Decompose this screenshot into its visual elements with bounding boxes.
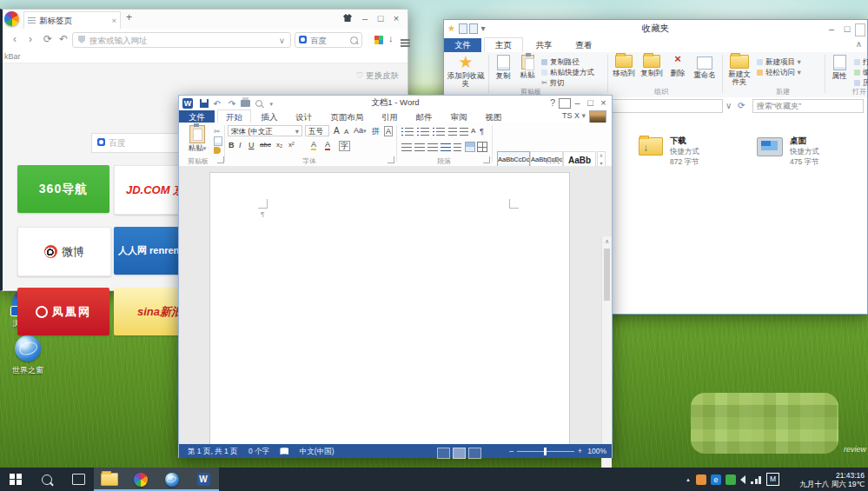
clock[interactable]: 21:43:16 九月十八 周六 19℃	[785, 471, 865, 488]
minimize-button[interactable]: –	[357, 11, 373, 25]
qat-customize-icon[interactable]: ▾	[269, 97, 273, 110]
signed-in-user[interactable]: TS X ▾	[562, 109, 586, 123]
print-preview-button[interactable]	[255, 100, 262, 107]
zoom-out-button[interactable]: –	[509, 447, 514, 455]
back-button[interactable]: ‹	[8, 29, 22, 50]
site-tile-360[interactable]: 360导航	[17, 165, 109, 213]
scrollbar-thumb[interactable]	[604, 249, 610, 301]
paragraph-dialog-launcher[interactable]	[483, 156, 490, 163]
apps-grid-icon[interactable]	[374, 36, 383, 44]
minimize-button[interactable]: –	[571, 96, 584, 109]
italic-button[interactable]: I	[239, 141, 242, 149]
format-painter-button[interactable]	[214, 147, 221, 154]
tab-home[interactable]: 主页	[484, 37, 523, 53]
quick-print-button[interactable]	[241, 100, 250, 107]
read-mode-button[interactable]	[437, 448, 450, 459]
zoom-slider-thumb[interactable]	[544, 448, 547, 455]
tab-view[interactable]: 查看	[565, 38, 602, 52]
strikethrough-button[interactable]: abc	[260, 141, 271, 149]
menu-icon[interactable]	[401, 39, 410, 41]
qat-folder-icon[interactable]	[469, 23, 478, 34]
align-right-button[interactable]	[427, 143, 438, 151]
tab-file[interactable]: 文件	[179, 110, 215, 123]
close-button[interactable]: ×	[388, 11, 404, 25]
underline-button[interactable]: U	[248, 141, 255, 149]
user-avatar[interactable]	[589, 110, 606, 123]
scroll-up-icon[interactable]: ∧	[602, 238, 612, 245]
copy-path-button[interactable]: 复制路径	[541, 57, 580, 68]
browser-logo-icon[interactable]	[4, 11, 19, 26]
address-dropdown-icon[interactable]: ∨	[726, 101, 732, 110]
start-button[interactable]	[0, 468, 31, 491]
properties-button[interactable]: 属性	[828, 55, 851, 80]
help-button[interactable]: ?	[547, 96, 559, 109]
cut-button[interactable]: ✂	[214, 127, 221, 136]
tab-review[interactable]: 审阅	[442, 110, 474, 123]
character-border-button[interactable]: A	[384, 126, 393, 136]
numbering-button[interactable]	[417, 128, 429, 136]
maximize-button[interactable]: □	[584, 96, 597, 109]
line-spacing-button[interactable]	[454, 143, 461, 151]
skin-icon[interactable]	[343, 14, 352, 22]
qat-dropdown-icon[interactable]: ▾	[481, 23, 486, 33]
superscript-button[interactable]: x²	[288, 141, 295, 149]
taskbar-word-button[interactable]: W	[188, 468, 219, 491]
font-color-button[interactable]: A	[325, 141, 330, 150]
minimize-button[interactable]: –	[824, 22, 839, 36]
phonetic-guide-button[interactable]: 拼	[372, 126, 380, 137]
network-icon[interactable]	[751, 475, 761, 484]
edit-button[interactable]: 编辑	[854, 68, 868, 78]
undo-button[interactable]: ↶	[214, 97, 221, 110]
ribbon-display-options-icon[interactable]	[559, 98, 571, 109]
zoom-in-button[interactable]: +	[578, 447, 582, 455]
bold-button[interactable]: B	[229, 141, 235, 149]
tab-close-icon[interactable]: ×	[111, 12, 116, 29]
copy-button[interactable]	[214, 136, 222, 146]
bullets-button[interactable]	[401, 128, 414, 136]
desktop-icon-theworld[interactable]: 世界之窗	[3, 335, 52, 376]
bookmark-item[interactable]: kBar	[4, 52, 21, 61]
align-left-button[interactable]	[401, 143, 412, 151]
new-folder-button[interactable]: 新建文件夹	[726, 55, 753, 86]
downloads-icon[interactable]: ↓	[388, 33, 394, 43]
rename-button[interactable]: 重命名	[691, 55, 719, 79]
print-layout-button[interactable]	[453, 448, 466, 459]
new-tab-button[interactable]: +	[126, 11, 132, 23]
search-icon[interactable]	[350, 36, 358, 44]
file-item-desktop[interactable]: 桌面 快捷方式 475 字节	[757, 136, 868, 156]
qat-doc-icon[interactable]	[459, 23, 467, 34]
decrease-indent-button[interactable]	[448, 128, 457, 136]
clipboard-dialog-launcher[interactable]	[217, 156, 224, 163]
refresh-icon[interactable]: ⟳	[738, 101, 745, 110]
easy-access-button[interactable]: 轻松访问 ▾	[757, 68, 801, 78]
redo-button[interactable]: ↷	[229, 97, 235, 110]
highlight-color-button[interactable]: A	[311, 141, 316, 150]
tab-design[interactable]: 设计	[288, 110, 320, 123]
change-case-button[interactable]: Aa▾	[354, 126, 367, 135]
zoom-slider[interactable]	[517, 451, 574, 452]
copy-to-button[interactable]: 复制到	[639, 55, 665, 77]
internet-explorer-icon[interactable]: e	[711, 474, 721, 485]
justify-button[interactable]	[441, 143, 451, 151]
copy-button[interactable]: 复制	[492, 55, 514, 80]
document-page[interactable]: ¶	[209, 172, 570, 444]
tab-file[interactable]: 文件	[444, 38, 481, 52]
address-bar[interactable]: 搜索或输入网址 ∨	[72, 32, 291, 48]
word-count[interactable]: 0 个字	[248, 444, 269, 458]
show-marks-button[interactable]: ¶	[480, 127, 484, 136]
paste-button[interactable]: 粘贴▾	[184, 125, 210, 154]
multilevel-list-button[interactable]	[433, 128, 445, 136]
increase-indent-button[interactable]	[460, 128, 468, 136]
explorer-search-input[interactable]: 搜索“收藏夹”	[752, 99, 864, 113]
add-to-favorites-button[interactable]: ★ 添加到收藏夹	[446, 55, 486, 88]
tab-mailings[interactable]: 邮件	[408, 110, 441, 123]
enclose-character-button[interactable]: 字	[339, 141, 350, 151]
tab-share[interactable]: 共享	[526, 38, 563, 52]
shrink-font-button[interactable]: A	[344, 128, 348, 136]
input-method-indicator[interactable]: M	[766, 473, 779, 486]
subscript-button[interactable]: x₂	[276, 141, 282, 149]
taskbar-search-button[interactable]	[31, 468, 63, 491]
close-button[interactable]: ×	[597, 96, 610, 109]
tab-insert[interactable]: 插入	[254, 110, 286, 123]
save-button[interactable]	[200, 99, 209, 108]
